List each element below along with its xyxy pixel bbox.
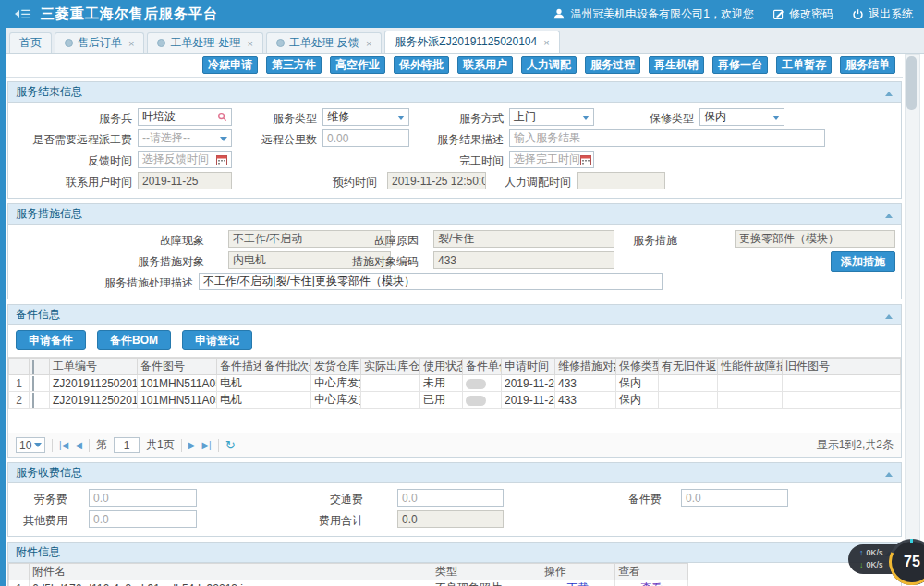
calendar-icon[interactable] [580, 154, 591, 165]
tab-close-icon[interactable]: × [543, 37, 549, 48]
row-checkbox[interactable] [32, 393, 34, 408]
service-result-input[interactable]: 输入服务结果 [509, 129, 825, 147]
finish-order-button[interactable]: 服务结单 [840, 56, 895, 74]
tab-workorder-feedback[interactable]: 工单处理-反馈 × [266, 32, 382, 53]
tab-bar: 首页 售后订单 × 工单处理-处理 × 工单处理-反馈 × 服务外派ZJ2019… [0, 28, 924, 54]
service-staff-input[interactable]: 叶培波 [138, 108, 232, 126]
total-fee-readonly: 0.0 [397, 510, 504, 528]
other-fee-input[interactable]: 0.0 [89, 510, 197, 528]
field-label: 其他费用 [12, 513, 67, 529]
high-altitude-button[interactable]: 高空作业 [330, 56, 385, 74]
service-type-select[interactable]: 维修 [322, 108, 409, 126]
field-label: 完工时间 [419, 153, 504, 169]
parts-row[interactable]: 2 ZJ20191125020104 101MHN511A058 电机 中心库发… [9, 392, 901, 409]
parts-row[interactable]: 1 ZJ20191125020104 101MHN511A058 电机 中心库发… [9, 375, 901, 392]
upload-arrow-icon: ↑ [859, 547, 864, 559]
panel-header-service-end[interactable]: 服务结束信息 [8, 82, 901, 103]
service-mode-select[interactable]: 上门 [509, 108, 594, 126]
scrollbar-thumb[interactable] [906, 56, 917, 110]
collapse-up-icon[interactable] [885, 311, 893, 319]
field-label: 服务结果描述 [419, 132, 504, 148]
out-warranty-button[interactable]: 保外特批 [394, 56, 449, 74]
tab-workorder-handle[interactable]: 工单处理-处理 × [147, 32, 262, 53]
field-label: 服务兵 [12, 111, 132, 127]
part-bom-button[interactable]: 备件BOM [97, 330, 171, 350]
attachments-header-row: 附件名 类型 操作 查看 [9, 564, 688, 580]
warranty-type-select[interactable]: 保内 [699, 108, 784, 126]
collapse-up-icon[interactable] [885, 469, 893, 477]
tab-close-icon[interactable]: × [366, 38, 371, 49]
user-info: 温州冠美机电设备有限公司1，欢迎您 [553, 6, 754, 22]
vertical-scrollbar[interactable] [905, 54, 920, 584]
measure-desc-input[interactable]: 不工作/不启动|裂/卡住|更换零部件（模块） [199, 273, 663, 290]
contact-user-button[interactable]: 联系用户 [457, 56, 513, 74]
field-label: 费用合计 [289, 513, 363, 529]
panel-measures: 服务措施信息 故障现象 不工作/不启动 故障原因 裂/卡住 服务措施 更换零部件… [7, 203, 902, 299]
collapse-up-icon[interactable] [885, 210, 893, 218]
finish-time-input[interactable]: 选择完工时间 [509, 151, 594, 168]
tab-aftersale-order[interactable]: 售后订单 × [55, 32, 144, 53]
recycle-button[interactable]: 再生机销 [649, 56, 704, 74]
panel-header-attachments[interactable]: 附件信息 [8, 543, 901, 563]
add-measure-button[interactable]: 添加措施 [831, 251, 895, 272]
remote-fee-select[interactable]: --请选择-- [138, 129, 232, 147]
upload-speed: 0K/s [867, 547, 883, 559]
download-arrow-icon: ↓ [859, 559, 864, 571]
prev-page-button[interactable]: ◀ [75, 441, 82, 450]
feedback-time-input[interactable]: 选择反馈时间 [138, 151, 232, 168]
performance-gauge[interactable]: 75 [889, 539, 924, 585]
chevron-down-icon[interactable] [772, 116, 780, 124]
redacted-price [466, 396, 486, 406]
download-link[interactable]: 下载 [544, 580, 612, 586]
repair-again-button[interactable]: 再修一台 [712, 56, 768, 74]
chevron-down-icon[interactable] [582, 116, 590, 124]
next-page-button[interactable]: ▶ [188, 441, 196, 450]
refresh-icon[interactable]: ↻ [225, 438, 236, 452]
apply-register-button[interactable]: 申请登记 [182, 330, 252, 350]
tab-dot-icon [65, 39, 73, 47]
page-size-select[interactable]: 10 [16, 437, 45, 453]
field-label: 联系用户时间 [12, 175, 132, 190]
field-label: 交通费 [289, 492, 363, 507]
search-icon[interactable] [217, 112, 227, 122]
chevron-down-icon[interactable] [397, 116, 405, 124]
main-content: 冷媒申请 第三方件 高空作业 保外特批 联系用户 人力调配 服务过程 再生机销 … [6, 54, 903, 586]
first-page-button[interactable]: |◀ [59, 441, 68, 450]
field-label: 故障原因 [317, 233, 419, 249]
apply-part-button[interactable]: 申请备件 [16, 330, 86, 350]
remote-km-input[interactable]: 0.00 [322, 129, 409, 147]
refrigerant-apply-button[interactable]: 冷媒申请 [202, 56, 258, 74]
logout-button[interactable]: 退出系统 [852, 6, 913, 22]
labor-fee-input[interactable]: 0.0 [89, 489, 197, 507]
panel-attachments: 附件信息 附件名 类型 操作 查看 1 6d5 [7, 542, 902, 586]
save-draft-button[interactable]: 工单暂存 [776, 56, 832, 74]
chevron-down-icon[interactable] [220, 137, 227, 145]
transport-fee-input[interactable]: 0.0 [397, 489, 504, 507]
change-password-button[interactable]: 修改密码 [772, 6, 833, 22]
tab-close-icon[interactable]: × [128, 38, 134, 49]
attachment-name: 6d5bd176-d116-4e3e-b91a-db54de92213.jpg [30, 580, 432, 586]
panel-header-parts[interactable]: 备件信息 [8, 305, 901, 325]
sidebar-collapse-icon[interactable]: ☰ [11, 8, 31, 20]
parts-fee-input[interactable]: 0.0 [681, 489, 788, 507]
calendar-icon[interactable] [216, 154, 227, 165]
service-process-button[interactable]: 服务过程 [585, 56, 640, 74]
row-checkbox[interactable] [32, 376, 34, 391]
third-party-button[interactable]: 第三方件 [266, 56, 322, 74]
panel-header-fees[interactable]: 服务收费信息 [8, 463, 901, 483]
attachment-row[interactable]: 1 6d5bd176-d116-4e3e-b91a-db54de92213.jp… [9, 580, 688, 586]
page-number-input[interactable]: 1 [114, 437, 140, 453]
screen: ☰ 三菱重工海尔售后服务平台 温州冠美机电设备有限公司1，欢迎您 修改密码 退出… [0, 0, 924, 586]
select-all-checkbox[interactable] [32, 360, 34, 374]
view-link[interactable]: 查看 [618, 580, 685, 586]
tab-home[interactable]: 首页 [9, 32, 52, 53]
last-page-button[interactable]: ▶| [201, 441, 211, 450]
tab-service-dispatch[interactable]: 服务外派ZJ20191125020104 × [384, 31, 559, 53]
edit-icon [772, 8, 784, 20]
collapse-up-icon[interactable] [885, 88, 893, 96]
order-number-cell: ZJ20191125020104 [50, 392, 138, 409]
field-label: 服务措施处理描述 [12, 275, 193, 291]
tab-close-icon[interactable]: × [247, 38, 252, 49]
hr-allocate-button[interactable]: 人力调配 [521, 56, 577, 74]
panel-header-measures[interactable]: 服务措施信息 [8, 204, 901, 225]
